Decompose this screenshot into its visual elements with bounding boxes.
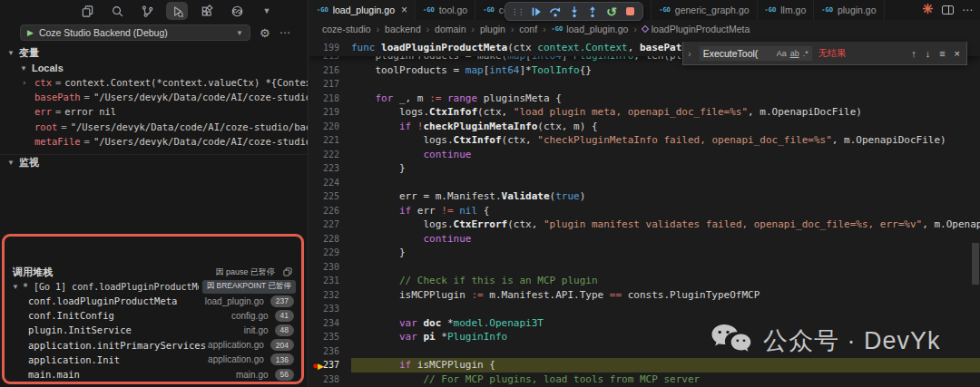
variable-row[interactable]: err=error nil <box>0 104 308 119</box>
variable-row[interactable]: metaFile="/Users/devyk/Data/code/AI/coze… <box>0 134 308 149</box>
variable-row[interactable]: basePath="/Users/devyk/Data/code/AI/coze… <box>0 90 308 104</box>
tab-tool-go[interactable]: -GOtool.go <box>416 0 475 20</box>
close-find-icon[interactable]: × <box>953 48 962 59</box>
debug-toolbar: ⋮⋮↺ <box>505 2 643 21</box>
line-number: 232 <box>309 288 351 303</box>
line-code <box>351 176 980 190</box>
debug-config-select[interactable]: ▶ Coze Studio Backend (Debug) ▼ <box>20 24 250 41</box>
equals-sign: = <box>81 92 93 102</box>
chevron-down-icon: ▼ <box>7 159 15 167</box>
stack-frame-row[interactable]: plugin.InitServiceinit.go48 <box>5 323 301 337</box>
breadcrumb-separator: › <box>377 24 379 34</box>
tab-label: tool.go <box>439 5 468 15</box>
stack-frame-row[interactable]: conf.loadPluginProductMetaload_plugin.go… <box>5 294 301 308</box>
step-over-icon[interactable] <box>547 4 563 19</box>
match-case-icon[interactable]: Aa <box>777 49 787 58</box>
variable-row[interactable]: root="/Users/devyk/Data/code/AI/coze-stu… <box>0 120 308 134</box>
code-line[interactable]: 230 <box>309 260 980 275</box>
split-editor-icon[interactable] <box>942 5 954 15</box>
run-debug-icon[interactable] <box>166 2 188 20</box>
line-code: logs.CtxInfof(ctx, "checkPluginMetaInfo … <box>351 133 980 148</box>
line-number: 236 <box>309 344 351 359</box>
variable-row[interactable]: ›ctx=context.Context(*context.valueCtx) … <box>0 75 308 90</box>
breadcrumb-item[interactable]: coze-studio <box>322 24 371 34</box>
code-line[interactable]: 232 isMCPPlugin := m.Manifest.API.Type =… <box>309 288 980 303</box>
frame-file: application.go <box>208 340 264 350</box>
explorer-icon[interactable] <box>76 2 98 20</box>
find-in-selection-icon[interactable]: ≡ <box>937 48 946 59</box>
whole-word-icon[interactable]: ab <box>790 49 799 58</box>
editor-scrollbar[interactable] <box>972 243 979 285</box>
watch-section-header[interactable]: ▼ 监视 <box>0 154 308 169</box>
code-line[interactable]: 231 // Check if this is an MCP plugin <box>309 274 980 288</box>
find-previous-icon[interactable]: ↑ <box>909 48 918 59</box>
restart-icon[interactable]: ↺ <box>604 4 620 19</box>
code-line[interactable]: 224 <box>309 176 980 190</box>
breakpoint-current-indicator[interactable]: ●▶ <box>311 358 329 372</box>
callstack-section-header[interactable]: 调用堆栈 因 pause 已暂停 <box>5 265 301 279</box>
breadcrumb-item[interactable]: -GOload_plugin.go <box>551 24 628 34</box>
breadcrumb-item[interactable]: conf <box>519 24 537 34</box>
tab-generic-graph-go[interactable]: -GOgeneric_graph.go <box>652 0 757 20</box>
stack-frame-row[interactable]: conf.InitConfigconfig.go41 <box>5 308 301 323</box>
code-line[interactable]: 222 continue <box>309 148 980 162</box>
code-line[interactable]: 229 } <box>309 246 980 260</box>
code-line[interactable]: 225 err = m.Manifest.Validate(true) <box>309 189 980 204</box>
tab-load-plugin-go[interactable]: -GOload_plugin.go× <box>309 0 416 20</box>
breadcrumb-item[interactable]: backend <box>385 24 421 34</box>
debug-starburst-icon[interactable] <box>922 2 934 18</box>
code-line[interactable]: 218 for _, m := range pluginsMeta { <box>309 92 980 106</box>
code-line[interactable]: 228 continue <box>309 232 980 247</box>
editor-area: -GOload_plugin.go×-GOtool.go-GOcogin-GOg… <box>309 0 980 387</box>
remote-icon[interactable] <box>226 2 248 20</box>
code-line[interactable]: 226 if err != nil { <box>309 204 980 218</box>
frame-file: load_plugin.go <box>205 296 264 306</box>
close-tab-icon[interactable]: × <box>401 4 407 16</box>
chevron-down-icon: ▼ <box>236 29 243 37</box>
breadcrumb-item[interactable]: plugin <box>480 24 505 34</box>
code-line[interactable]: 233 <box>309 302 980 316</box>
frame-function: application.initPrimaryServices <box>28 340 208 351</box>
search-icon[interactable] <box>106 2 128 20</box>
continue-icon[interactable] <box>529 4 544 19</box>
stack-frames-icon[interactable] <box>282 266 293 277</box>
tab-plugin-go[interactable]: -GOplugin.go <box>814 0 884 20</box>
variable-value: context.Context(*context.valueCtx) *{Con… <box>64 77 308 88</box>
chevron-right-icon[interactable]: › <box>22 78 26 87</box>
source-control-icon[interactable] <box>136 2 158 20</box>
more-icon[interactable]: ▼ <box>256 2 278 20</box>
variables-section-header[interactable]: ▼ 变量 <box>0 45 308 60</box>
code-line[interactable]: 219 logs.CtxInfof(ctx, "load plugin meta… <box>309 105 980 120</box>
stack-frame-row[interactable]: main.mainmain.go56 <box>5 367 301 382</box>
line-code: logs.CtxInfof(ctx, "load plugin meta, op… <box>351 105 980 120</box>
code-line[interactable]: 221 logs.CtxInfof(ctx, "checkPluginMetaI… <box>309 133 980 148</box>
regex-icon[interactable]: .* <box>803 49 808 58</box>
step-into-icon[interactable] <box>566 4 582 19</box>
line-number: 217 <box>309 77 351 92</box>
code-line[interactable]: 220 if !checkPluginMetaInfo(ctx, m) { <box>309 120 980 134</box>
code-line[interactable]: 223 } <box>309 161 980 176</box>
code-line[interactable]: 227 logs.CtxErrorf(ctx, "plugin manifest… <box>309 218 980 232</box>
locals-group-header[interactable]: ▼ Locals <box>0 61 308 75</box>
tab-llm-go[interactable]: -GOllm.go <box>758 0 815 20</box>
extensions-icon[interactable] <box>196 2 218 20</box>
breadcrumb-item[interactable]: domain <box>435 24 466 34</box>
code-line[interactable]: 238 // For MCP plugins, load tools from … <box>309 372 980 387</box>
start-debug-icon[interactable]: ▶ <box>27 28 34 37</box>
go-file-icon: -GO <box>659 6 671 14</box>
more-actions-icon[interactable]: ⋯ <box>279 26 291 39</box>
code-line[interactable]: ●▶237 if isMCPPlugin { <box>309 358 980 372</box>
code-line[interactable]: 217 <box>309 77 980 92</box>
toggle-replace-icon[interactable]: › <box>686 48 693 59</box>
find-next-icon[interactable]: ↓ <box>924 48 933 59</box>
breadcrumb-item[interactable]: loadPluginProductMeta <box>642 24 750 34</box>
stop-icon[interactable] <box>622 4 638 19</box>
stack-frame-row[interactable]: application.Initapplication.go136 <box>5 353 301 367</box>
thread-row[interactable]: ▼ * [Go 1] conf.loadPluginProductMeta (T… <box>5 279 301 294</box>
stack-frame-row[interactable]: application.initPrimaryServicesapplicati… <box>5 338 301 353</box>
step-out-icon[interactable] <box>585 4 601 19</box>
gear-icon[interactable]: ⚙ <box>260 26 270 40</box>
find-input[interactable]: ExecuteTool( Aa ab .* <box>699 45 813 62</box>
vscode-window: ▼ ▶ Coze Studio Backend (Debug) ▼ ⚙ ⋯ ▼ … <box>0 0 980 387</box>
more-editor-actions-icon[interactable]: ⋯ <box>962 4 973 16</box>
